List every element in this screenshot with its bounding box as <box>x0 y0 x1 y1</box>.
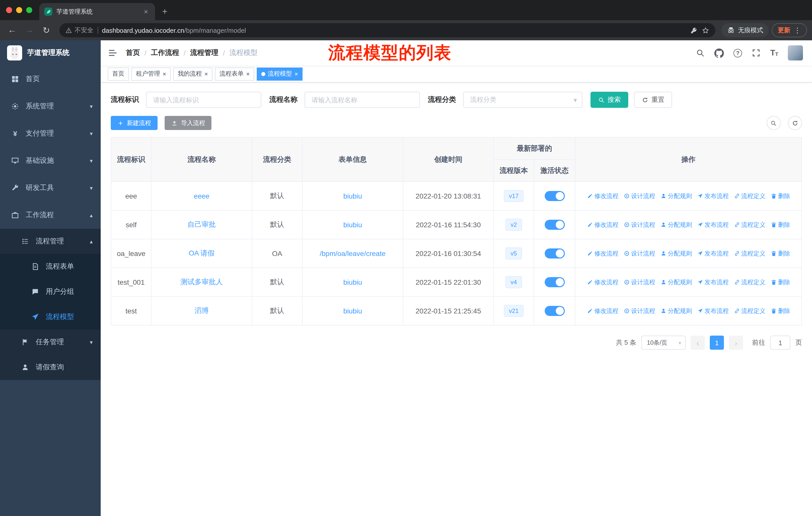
page-number-button[interactable]: 1 <box>710 335 724 350</box>
form-info-link[interactable]: biubiu <box>343 307 362 315</box>
model-name-link[interactable]: OA 请假 <box>189 249 215 257</box>
process-definition-link[interactable]: 流程定义 <box>734 278 765 287</box>
category-select[interactable]: 流程分类 ▾ <box>463 92 582 108</box>
refresh-table-button[interactable] <box>788 116 802 130</box>
form-info-link[interactable]: biubiu <box>343 278 362 286</box>
publish-process-link[interactable]: 发布流程 <box>697 249 729 258</box>
address-bar[interactable]: 不安全 dashboard.yudao.iocoder.cn/bpm/manag… <box>59 23 715 37</box>
process-definition-link[interactable]: 流程定义 <box>734 249 765 258</box>
search-icon[interactable] <box>696 48 705 57</box>
delete-process-link[interactable]: 删除 <box>771 249 790 258</box>
active-toggle[interactable] <box>545 191 564 201</box>
sidebar-item-system[interactable]: 系统管理 ▾ <box>0 93 101 120</box>
tag-process-form[interactable]: 流程表单 × <box>215 67 254 80</box>
github-icon[interactable] <box>714 48 724 58</box>
help-icon[interactable]: ? <box>733 49 742 57</box>
delete-process-link[interactable]: 删除 <box>771 307 790 315</box>
active-toggle[interactable] <box>545 277 564 287</box>
sidebar-item-process-form[interactable]: 流程表单 <box>0 254 101 279</box>
tag-process-model[interactable]: 流程模型 × <box>257 67 302 80</box>
sidebar-item-process-model[interactable]: 流程模型 <box>0 304 101 330</box>
sidebar-item-home[interactable]: 首页 <box>0 65 101 93</box>
process-definition-link[interactable]: 流程定义 <box>734 307 765 315</box>
password-key-icon[interactable] <box>690 26 698 34</box>
publish-process-link[interactable]: 发布流程 <box>697 278 729 287</box>
assign-rule-link[interactable]: 分配规则 <box>660 249 692 258</box>
zoom-window-button[interactable] <box>26 7 32 13</box>
design-process-link[interactable]: 设计流程 <box>624 220 655 229</box>
model-name-link[interactable]: 自己审批 <box>187 220 216 228</box>
delete-process-link[interactable]: 删除 <box>771 278 790 287</box>
sidebar-item-user-group[interactable]: 用户分组 <box>0 279 101 304</box>
sidebar-item-workflow[interactable]: 工作流程 ▴ <box>0 201 101 229</box>
tag-my-process[interactable]: 我的流程 × <box>173 67 212 80</box>
next-page-button[interactable]: › <box>729 335 743 350</box>
sidebar-item-devtools[interactable]: 研发工具 ▾ <box>0 174 101 201</box>
sidebar-item-task-mgmt[interactable]: 任务管理 ▾ <box>0 330 101 355</box>
design-process-link[interactable]: 设计流程 <box>624 307 655 315</box>
active-toggle[interactable] <box>545 248 564 259</box>
publish-process-link[interactable]: 发布流程 <box>697 220 729 229</box>
sidebar-logo[interactable]: 芋道管理系统 <box>0 40 101 65</box>
browser-menu-icon[interactable]: ⋮ <box>794 26 801 34</box>
model-name-link[interactable]: eeee <box>194 192 209 200</box>
create-process-button[interactable]: 新建流程 <box>111 116 157 130</box>
active-toggle[interactable] <box>545 306 564 316</box>
goto-page-input[interactable] <box>770 335 790 350</box>
browser-update-button[interactable]: 更新 ⋮ <box>772 23 807 37</box>
browser-tab[interactable]: 芋道管理系统 × <box>39 3 155 20</box>
assign-rule-link[interactable]: 分配规则 <box>660 192 692 200</box>
edit-process-link[interactable]: 修改流程 <box>587 249 618 258</box>
avatar[interactable] <box>788 45 803 60</box>
tag-tenant[interactable]: 租户管理 × <box>132 67 171 80</box>
forward-button[interactable]: → <box>22 23 36 37</box>
edit-process-link[interactable]: 修改流程 <box>587 220 618 229</box>
active-toggle[interactable] <box>545 220 564 230</box>
edit-process-link[interactable]: 修改流程 <box>587 278 618 287</box>
design-process-link[interactable]: 设计流程 <box>624 278 655 287</box>
assign-rule-link[interactable]: 分配规则 <box>660 278 692 287</box>
sidebar-item-infra[interactable]: 基础设施 ▾ <box>0 147 101 174</box>
close-icon[interactable]: × <box>204 71 208 77</box>
back-button[interactable]: ← <box>5 23 19 37</box>
breadcrumb-home[interactable]: 首页 <box>126 48 140 57</box>
edit-process-link[interactable]: 修改流程 <box>587 192 618 200</box>
reset-button[interactable]: 重置 <box>634 92 672 108</box>
breadcrumb-workflow[interactable]: 工作流程 <box>151 48 179 57</box>
close-icon[interactable]: × <box>294 71 298 77</box>
publish-process-link[interactable]: 发布流程 <box>697 192 729 200</box>
model-name-link[interactable]: 滔博 <box>195 306 209 315</box>
process-definition-link[interactable]: 流程定义 <box>734 192 765 200</box>
toggle-search-button[interactable] <box>766 116 781 130</box>
page-size-select[interactable]: 10条/页 ▾ <box>641 335 686 350</box>
form-info-link[interactable]: biubiu <box>343 192 362 200</box>
close-icon[interactable]: × <box>246 71 250 77</box>
assign-rule-link[interactable]: 分配规则 <box>660 220 692 229</box>
font-size-icon[interactable]: TT <box>770 49 778 57</box>
close-window-button[interactable] <box>6 7 12 13</box>
fullscreen-icon[interactable] <box>752 48 761 57</box>
bookmark-star-icon[interactable] <box>702 26 709 34</box>
sidebar-item-payment[interactable]: ¥ 支付管理 ▾ <box>0 120 101 147</box>
process-key-input[interactable] <box>146 92 261 108</box>
assign-rule-link[interactable]: 分配规则 <box>660 307 692 315</box>
edit-process-link[interactable]: 修改流程 <box>587 307 618 315</box>
process-name-input[interactable] <box>304 92 420 108</box>
design-process-link[interactable]: 设计流程 <box>624 249 655 258</box>
publish-process-link[interactable]: 发布流程 <box>697 307 729 315</box>
prev-page-button[interactable]: ‹ <box>691 335 705 350</box>
import-process-button[interactable]: 导入流程 <box>165 116 212 130</box>
form-info-link[interactable]: /bpm/oa/leave/create <box>320 249 386 257</box>
security-status[interactable]: 不安全 <box>65 26 93 34</box>
process-definition-link[interactable]: 流程定义 <box>734 220 765 229</box>
hamburger-icon[interactable] <box>108 48 118 58</box>
form-info-link[interactable]: biubiu <box>343 221 362 229</box>
delete-process-link[interactable]: 删除 <box>771 220 790 229</box>
new-tab-button[interactable]: + <box>155 6 174 20</box>
breadcrumb-process-mgmt[interactable]: 流程管理 <box>190 48 219 57</box>
sidebar-item-process-mgmt[interactable]: 流程管理 ▴ <box>0 229 101 254</box>
design-process-link[interactable]: 设计流程 <box>624 192 655 200</box>
tab-close-icon[interactable]: × <box>142 7 150 16</box>
close-icon[interactable]: × <box>163 71 166 77</box>
search-button[interactable]: 搜索 <box>590 92 628 108</box>
